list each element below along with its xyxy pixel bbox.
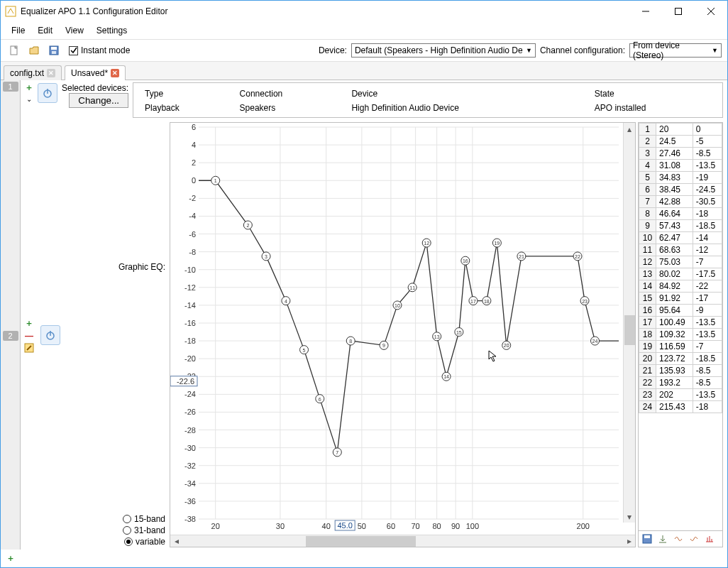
- data-table-body[interactable]: 1200224.5-5327.46-8.5431.08-13.5534.83-1…: [639, 123, 722, 530]
- svg-text:60: 60: [387, 522, 395, 530]
- table-row[interactable]: 19116.59-7: [639, 341, 722, 353]
- td-type: Playback: [139, 102, 232, 114]
- minimize-button[interactable]: [629, 1, 662, 22]
- import-icon[interactable]: [656, 532, 670, 545]
- table-row[interactable]: 534.83-19: [639, 172, 722, 184]
- add-icon[interactable]: ＋: [25, 82, 33, 94]
- svg-text:20: 20: [504, 343, 509, 348]
- table-row[interactable]: 1591.92-17: [639, 293, 722, 305]
- table-row[interactable]: 1275.03-7: [639, 256, 722, 268]
- scroll-down-icon[interactable]: ▾: [624, 510, 635, 523]
- table-row[interactable]: 224.5-5: [639, 136, 722, 148]
- svg-text:18: 18: [484, 299, 490, 304]
- instant-mode-checkbox[interactable]: Instant mode: [69, 45, 130, 55]
- table-row[interactable]: 1380.02-17.5: [639, 268, 722, 280]
- table-row[interactable]: 327.46-8.5: [639, 148, 722, 160]
- add-filter-icon[interactable]: ＋: [6, 553, 15, 563]
- table-row[interactable]: 23202-13.5: [639, 389, 722, 401]
- table-row[interactable]: 18109.32-13.5: [639, 329, 722, 341]
- svg-text:1: 1: [214, 178, 217, 183]
- close-icon[interactable]: ✕: [47, 69, 55, 77]
- close-icon[interactable]: ✕: [111, 69, 119, 77]
- svg-text:0: 0: [192, 176, 196, 185]
- svg-text:12: 12: [424, 241, 429, 246]
- svg-rect-133: [644, 535, 650, 538]
- table-row[interactable]: 1484.92-22: [639, 280, 722, 293]
- menu-file[interactable]: File: [6, 23, 30, 38]
- table-row[interactable]: 1200: [639, 124, 722, 136]
- eq-chart[interactable]: 6420-2-4-6-8-10-12-14-16-18-20-22-24-26-…: [170, 122, 636, 547]
- table-row[interactable]: 21135.93-8.5: [639, 365, 722, 377]
- svg-text:3: 3: [265, 254, 268, 259]
- menu-view[interactable]: View: [60, 23, 89, 38]
- table-row[interactable]: 742.88-30.5: [639, 196, 722, 208]
- open-file-icon[interactable]: [26, 43, 42, 58]
- table-row[interactable]: 957.43-18.5: [639, 220, 722, 232]
- tab-label: Unsaved*: [71, 68, 108, 78]
- power-button[interactable]: [40, 325, 60, 345]
- svg-text:-38: -38: [184, 515, 196, 523]
- scroll-up-icon[interactable]: ▴: [624, 123, 635, 135]
- scroll-right-icon[interactable]: ▸: [623, 535, 635, 547]
- svg-rect-8: [52, 51, 56, 54]
- scroll-left-icon[interactable]: ◂: [170, 535, 182, 547]
- file-tabs: config.txt ✕ Unsaved* ✕: [1, 62, 727, 80]
- data-table: 1200224.5-5327.46-8.5431.08-13.5534.83-1…: [638, 122, 723, 547]
- svg-text:7: 7: [336, 450, 338, 455]
- radio-15band[interactable]: 15-band: [123, 514, 165, 524]
- change-button[interactable]: Change...: [69, 93, 128, 108]
- radio-31band[interactable]: 31-band: [123, 525, 165, 535]
- menu-edit[interactable]: Edit: [33, 23, 57, 38]
- table-row[interactable]: 846.64-18: [639, 208, 722, 220]
- add-icon[interactable]: ＋: [25, 317, 33, 329]
- table-row[interactable]: 20123.72-18.5: [639, 353, 722, 365]
- table-row[interactable]: 17100.49-13.5: [639, 317, 722, 329]
- svg-text:70: 70: [411, 522, 419, 530]
- svg-text:8: 8: [349, 339, 352, 344]
- device-label: Device:: [319, 45, 347, 55]
- check-icon: [69, 46, 78, 55]
- channel-combo[interactable]: From device (Stereo) ▼: [629, 43, 722, 58]
- table-row[interactable]: 431.08-13.5: [639, 160, 722, 172]
- table-row[interactable]: 22193.2-8.5: [639, 377, 722, 389]
- svg-text:2: 2: [192, 158, 196, 167]
- vertical-scrollbar[interactable]: ▴ ▾: [623, 123, 635, 523]
- close-button[interactable]: [695, 1, 727, 22]
- selected-devices-label: Selected devices:: [62, 83, 128, 93]
- save-file-icon[interactable]: [46, 43, 62, 58]
- expand-icon[interactable]: ⌄: [26, 95, 32, 103]
- svg-text:40: 40: [322, 522, 331, 530]
- table-row[interactable]: 1168.63-12: [639, 244, 722, 256]
- invert-icon[interactable]: [671, 532, 685, 545]
- svg-text:-6: -6: [189, 230, 196, 239]
- svg-text:21: 21: [519, 254, 524, 259]
- edit-icon[interactable]: [23, 342, 35, 354]
- svg-rect-7: [51, 47, 57, 50]
- svg-text:24: 24: [592, 339, 598, 344]
- maximize-button[interactable]: [662, 1, 695, 22]
- svg-text:-2: -2: [189, 194, 196, 202]
- svg-text:20: 20: [211, 522, 220, 530]
- table-row[interactable]: 24215.43-18: [639, 401, 722, 413]
- svg-text:-20: -20: [184, 354, 196, 363]
- save-icon[interactable]: [640, 532, 654, 545]
- remove-icon[interactable]: —: [25, 331, 33, 341]
- tab-config[interactable]: config.txt ✕: [4, 65, 62, 80]
- svg-text:100: 100: [466, 522, 479, 530]
- device-combo[interactable]: Default (Speakers - High Definition Audi…: [351, 43, 536, 58]
- svg-text:45.0: 45.0: [337, 521, 352, 530]
- table-row[interactable]: 638.45-24.5: [639, 184, 722, 196]
- power-button[interactable]: [38, 83, 57, 103]
- th-device: Device: [346, 87, 587, 100]
- svg-text:-4: -4: [189, 212, 196, 220]
- table-row[interactable]: 1062.47-14: [639, 232, 722, 244]
- reset-icon[interactable]: [687, 532, 701, 545]
- horizontal-scrollbar[interactable]: ◂ ▸: [170, 535, 635, 547]
- table-row[interactable]: 1695.64-9: [639, 305, 722, 317]
- svg-text:14: 14: [443, 374, 449, 379]
- normalize-icon[interactable]: [702, 532, 717, 545]
- tab-unsaved[interactable]: Unsaved* ✕: [65, 65, 126, 80]
- radio-variable[interactable]: variable: [124, 537, 165, 547]
- menu-settings[interactable]: Settings: [92, 23, 132, 38]
- new-file-icon[interactable]: [6, 43, 22, 58]
